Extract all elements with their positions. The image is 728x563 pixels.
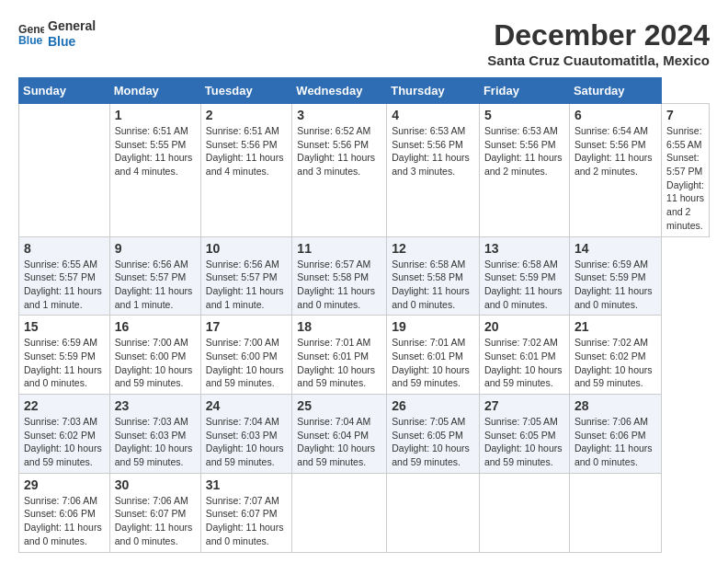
page-header: General Blue General Blue December 2024 …: [18, 18, 710, 68]
day-number: 2: [206, 108, 288, 122]
calendar-cell: [19, 104, 110, 237]
title-section: December 2024 Santa Cruz Cuautomatitla, …: [487, 18, 710, 68]
day-header-thursday: Thursday: [387, 78, 480, 104]
day-number: 30: [115, 477, 196, 492]
calendar-cell: 30Sunrise: 7:06 AMSunset: 6:07 PMDayligh…: [109, 473, 200, 552]
calendar-week-4: 22Sunrise: 7:03 AMSunset: 6:02 PMDayligh…: [19, 395, 710, 474]
day-number: 27: [484, 398, 564, 413]
day-info: Sunrise: 7:00 AMSunset: 6:00 PMDaylight:…: [115, 336, 196, 390]
day-number: 28: [574, 398, 656, 413]
day-info: Sunrise: 6:51 AMSunset: 5:56 PMDaylight:…: [206, 124, 288, 178]
day-number: 25: [297, 398, 381, 413]
calendar-cell: 29Sunrise: 7:06 AMSunset: 6:06 PMDayligh…: [19, 473, 110, 552]
day-number: 24: [206, 398, 288, 413]
day-header-tuesday: Tuesday: [200, 78, 292, 104]
calendar-cell: 31Sunrise: 7:07 AMSunset: 6:07 PMDayligh…: [200, 473, 292, 552]
day-info: Sunrise: 6:51 AMSunset: 5:55 PMDaylight:…: [115, 124, 196, 178]
day-info: Sunrise: 7:03 AMSunset: 6:03 PMDaylight:…: [115, 415, 196, 469]
day-number: 8: [24, 241, 105, 256]
day-info: Sunrise: 7:04 AMSunset: 6:03 PMDaylight:…: [206, 415, 288, 469]
day-info: Sunrise: 6:56 AMSunset: 5:57 PMDaylight:…: [206, 258, 288, 312]
day-info: Sunrise: 6:58 AMSunset: 5:58 PMDaylight:…: [392, 258, 474, 312]
day-number: 18: [297, 319, 381, 334]
day-number: 23: [115, 398, 196, 413]
day-info: Sunrise: 7:02 AMSunset: 6:02 PMDaylight:…: [574, 336, 656, 390]
calendar-cell: 3Sunrise: 6:52 AMSunset: 5:56 PMDaylight…: [292, 104, 387, 237]
day-header-saturday: Saturday: [569, 78, 661, 104]
day-number: 6: [574, 108, 656, 122]
day-info: Sunrise: 7:01 AMSunset: 6:01 PMDaylight:…: [392, 336, 474, 390]
day-info: Sunrise: 6:57 AMSunset: 5:58 PMDaylight:…: [297, 258, 381, 312]
day-number: 31: [206, 477, 288, 492]
day-info: Sunrise: 7:06 AMSunset: 6:06 PMDaylight:…: [24, 494, 105, 548]
day-number: 12: [392, 241, 474, 256]
day-number: 3: [297, 108, 381, 122]
day-number: 14: [574, 241, 656, 256]
calendar-cell: [387, 473, 480, 552]
day-number: 21: [574, 319, 656, 334]
day-info: Sunrise: 6:58 AMSunset: 5:59 PMDaylight:…: [484, 258, 564, 312]
day-info: Sunrise: 6:55 AMSunset: 5:57 PMDaylight:…: [24, 258, 105, 312]
logo-icon: General Blue: [18, 21, 44, 47]
calendar-week-2: 8Sunrise: 6:55 AMSunset: 5:57 PMDaylight…: [19, 236, 710, 316]
calendar-cell: 6Sunrise: 6:54 AMSunset: 5:56 PMDaylight…: [569, 104, 661, 237]
day-info: Sunrise: 7:06 AMSunset: 6:06 PMDaylight:…: [574, 415, 656, 469]
day-info: Sunrise: 7:05 AMSunset: 6:05 PMDaylight:…: [392, 415, 474, 469]
calendar-week-3: 15Sunrise: 6:59 AMSunset: 5:59 PMDayligh…: [19, 316, 710, 395]
calendar-cell: 18Sunrise: 7:01 AMSunset: 6:01 PMDayligh…: [292, 316, 387, 395]
calendar-week-1: 1Sunrise: 6:51 AMSunset: 5:55 PMDaylight…: [19, 104, 710, 237]
calendar-cell: 15Sunrise: 6:59 AMSunset: 5:59 PMDayligh…: [19, 316, 110, 395]
day-number: 4: [392, 108, 474, 122]
calendar-cell: 7Sunrise: 6:55 AMSunset: 5:57 PMDaylight…: [662, 104, 710, 237]
day-header-monday: Monday: [109, 78, 200, 104]
main-title: December 2024: [487, 18, 710, 52]
logo-line2: Blue: [48, 34, 96, 50]
day-number: 13: [484, 241, 564, 256]
day-number: 9: [115, 241, 196, 256]
day-info: Sunrise: 6:53 AMSunset: 5:56 PMDaylight:…: [392, 124, 474, 178]
calendar-cell: 8Sunrise: 6:55 AMSunset: 5:57 PMDaylight…: [19, 236, 110, 316]
calendar-cell: 19Sunrise: 7:01 AMSunset: 6:01 PMDayligh…: [387, 316, 480, 395]
calendar-cell: 25Sunrise: 7:04 AMSunset: 6:04 PMDayligh…: [292, 395, 387, 474]
svg-text:Blue: Blue: [18, 34, 43, 47]
day-number: 1: [115, 108, 196, 122]
day-number: 15: [24, 319, 105, 334]
calendar-cell: 9Sunrise: 6:56 AMSunset: 5:57 PMDaylight…: [109, 236, 200, 316]
day-number: 16: [115, 319, 196, 334]
day-info: Sunrise: 6:59 AMSunset: 5:59 PMDaylight:…: [24, 336, 105, 390]
calendar-cell: 24Sunrise: 7:04 AMSunset: 6:03 PMDayligh…: [200, 395, 292, 474]
day-header-sunday: Sunday: [19, 78, 110, 104]
calendar-cell: 22Sunrise: 7:03 AMSunset: 6:02 PMDayligh…: [19, 395, 110, 474]
calendar-cell: 5Sunrise: 6:53 AMSunset: 5:56 PMDaylight…: [479, 104, 569, 237]
calendar-cell: 13Sunrise: 6:58 AMSunset: 5:59 PMDayligh…: [479, 236, 569, 316]
day-number: 20: [484, 319, 564, 334]
day-number: 11: [297, 241, 381, 256]
calendar-cell: 26Sunrise: 7:05 AMSunset: 6:05 PMDayligh…: [387, 395, 480, 474]
day-info: Sunrise: 6:55 AMSunset: 5:57 PMDaylight:…: [666, 124, 704, 233]
calendar-cell: 2Sunrise: 6:51 AMSunset: 5:56 PMDaylight…: [200, 104, 292, 237]
calendar-cell: 16Sunrise: 7:00 AMSunset: 6:00 PMDayligh…: [109, 316, 200, 395]
calendar-cell: 4Sunrise: 6:53 AMSunset: 5:56 PMDaylight…: [387, 104, 480, 237]
logo: General Blue General Blue: [18, 18, 96, 50]
day-info: Sunrise: 7:03 AMSunset: 6:02 PMDaylight:…: [24, 415, 105, 469]
calendar-cell: [479, 473, 569, 552]
day-number: 17: [206, 319, 288, 334]
calendar-cell: 17Sunrise: 7:00 AMSunset: 6:00 PMDayligh…: [200, 316, 292, 395]
calendar-header: SundayMondayTuesdayWednesdayThursdayFrid…: [19, 78, 710, 104]
day-info: Sunrise: 7:02 AMSunset: 6:01 PMDaylight:…: [484, 336, 564, 390]
calendar-cell: 23Sunrise: 7:03 AMSunset: 6:03 PMDayligh…: [109, 395, 200, 474]
calendar-cell: 21Sunrise: 7:02 AMSunset: 6:02 PMDayligh…: [569, 316, 661, 395]
logo-line1: General: [48, 18, 96, 34]
calendar-cell: 1Sunrise: 6:51 AMSunset: 5:55 PMDaylight…: [109, 104, 200, 237]
calendar-cell: 20Sunrise: 7:02 AMSunset: 6:01 PMDayligh…: [479, 316, 569, 395]
day-info: Sunrise: 6:59 AMSunset: 5:59 PMDaylight:…: [574, 258, 656, 312]
calendar-table: SundayMondayTuesdayWednesdayThursdayFrid…: [18, 77, 710, 553]
day-number: 26: [392, 398, 474, 413]
day-header-friday: Friday: [479, 78, 569, 104]
day-number: 22: [24, 398, 105, 413]
calendar-cell: 11Sunrise: 6:57 AMSunset: 5:58 PMDayligh…: [292, 236, 387, 316]
subtitle: Santa Cruz Cuautomatitla, Mexico: [487, 52, 710, 68]
calendar-cell: 12Sunrise: 6:58 AMSunset: 5:58 PMDayligh…: [387, 236, 480, 316]
day-info: Sunrise: 7:06 AMSunset: 6:07 PMDaylight:…: [115, 494, 196, 548]
calendar-cell: [292, 473, 387, 552]
